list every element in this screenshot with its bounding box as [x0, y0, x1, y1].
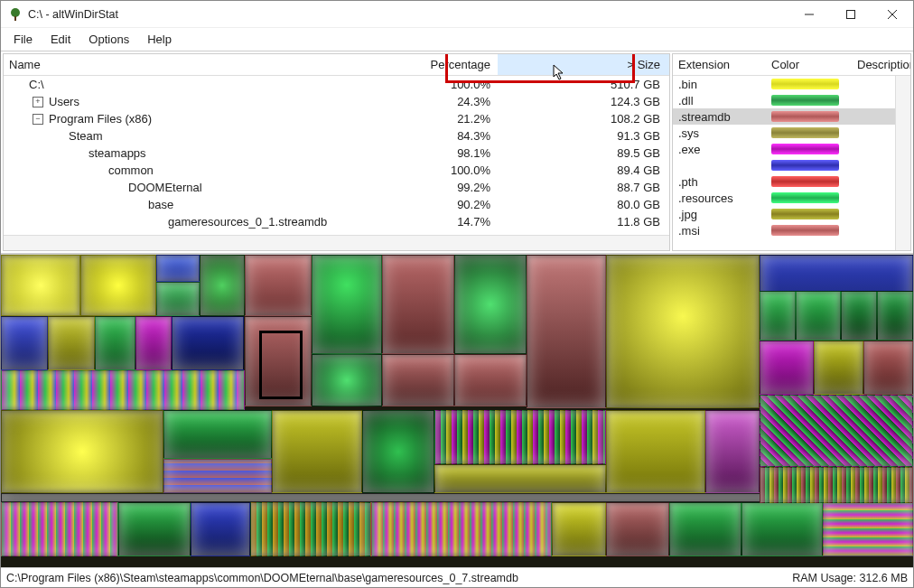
column-percentage[interactable]: Percentage: [407, 58, 498, 71]
menu-help[interactable]: Help: [138, 30, 181, 49]
color-swatch: [771, 79, 839, 89]
treemap-block[interactable]: [200, 255, 245, 316]
tree-row[interactable]: DOOMEternal99.2%88.7 GB: [4, 179, 669, 196]
tree-row[interactable]: Steam84.3%91.3 GB: [4, 127, 669, 145]
treemap-block[interactable]: [606, 502, 669, 556]
treemap-block[interactable]: [250, 502, 371, 556]
treemap-block[interactable]: [163, 410, 272, 459]
tree-scrollbar[interactable]: [4, 235, 669, 250]
tree-item-label: gameresources_0_1.streamdb: [168, 215, 327, 229]
column-name[interactable]: Name: [4, 58, 407, 71]
treemap-block[interactable]: [796, 291, 841, 341]
treemap-block[interactable]: [669, 502, 741, 556]
color-swatch: [771, 209, 839, 219]
menubar: File Edit Options Help: [1, 28, 913, 51]
tree-item-size: 11.8 GB: [498, 215, 669, 229]
treemap-block[interactable]: [606, 410, 705, 493]
treemap-block[interactable]: [118, 502, 191, 556]
treemap-block[interactable]: [312, 255, 382, 354]
ext-scrollbar[interactable]: [895, 76, 910, 250]
tree-row[interactable]: −Program Files (x86)21.2%108.2 GB: [4, 110, 669, 127]
ext-label: .jpg: [673, 208, 768, 221]
treemap-block[interactable]: [382, 255, 454, 354]
ext-label: .streamdb: [673, 110, 768, 124]
treemap-block[interactable]: [191, 502, 250, 556]
treemap-block[interactable]: [156, 282, 200, 316]
treemap-block[interactable]: [454, 354, 527, 406]
treemap-block[interactable]: [552, 502, 606, 556]
treemap-block[interactable]: [454, 255, 527, 354]
ext-row[interactable]: [673, 157, 895, 173]
ext-row[interactable]: .jpg: [673, 206, 895, 222]
ext-row[interactable]: .msi: [673, 222, 895, 238]
treemap-block[interactable]: [814, 341, 863, 395]
treemap-block[interactable]: [312, 354, 382, 406]
ext-row[interactable]: .streamdb: [673, 108, 895, 125]
treemap-block[interactable]: [760, 395, 913, 467]
menu-file[interactable]: File: [5, 30, 42, 49]
ext-row[interactable]: .resources: [673, 190, 895, 206]
treemap-block[interactable]: [362, 410, 434, 493]
ext-body[interactable]: .bin.dll.streamdb.sys.exe.pth.resources.…: [673, 76, 895, 250]
treemap-block[interactable]: [1, 502, 118, 556]
treemap-block[interactable]: [1, 370, 245, 410]
minimize-button[interactable]: [788, 1, 830, 28]
treemap-block[interactable]: [371, 502, 552, 556]
treemap-block[interactable]: [434, 410, 606, 464]
tree-row[interactable]: +Users24.3%124.3 GB: [4, 93, 669, 110]
close-button[interactable]: [872, 1, 913, 28]
treemap-block[interactable]: [1, 255, 80, 316]
treemap-block[interactable]: [163, 459, 272, 493]
treemap[interactable]: [1, 255, 913, 567]
treemap-block[interactable]: [760, 291, 796, 341]
tree-item-label: C:\: [29, 78, 44, 91]
menu-options[interactable]: Options: [79, 30, 138, 49]
treemap-block[interactable]: [48, 316, 95, 370]
menu-edit[interactable]: Edit: [42, 30, 79, 49]
ext-row[interactable]: .bin: [673, 76, 895, 92]
treemap-block[interactable]: [841, 291, 877, 341]
tree-row[interactable]: steamapps98.1%89.5 GB: [4, 145, 669, 162]
treemap-block[interactable]: [1, 410, 163, 493]
treemap-block[interactable]: [135, 316, 172, 370]
treemap-block[interactable]: [382, 354, 454, 406]
maximize-button[interactable]: [830, 1, 872, 28]
ext-row[interactable]: .pth: [673, 173, 895, 190]
treemap-block[interactable]: [434, 464, 606, 493]
column-extension[interactable]: Extension: [673, 58, 768, 71]
treemap-block[interactable]: [80, 255, 156, 316]
tree-item-size: 124.3 GB: [498, 95, 669, 108]
tree-item-size: 89.5 GB: [498, 146, 669, 160]
treemap-block[interactable]: [95, 316, 135, 370]
tree-row[interactable]: gameresources_0_1.streamdb14.7%11.8 GB: [4, 213, 669, 230]
column-description[interactable]: Description: [853, 58, 910, 71]
column-color[interactable]: Color: [768, 58, 853, 71]
tree-row[interactable]: common100.0%89.4 GB: [4, 162, 669, 179]
treemap-block[interactable]: [863, 341, 913, 395]
treemap-block[interactable]: [741, 502, 823, 556]
treemap-block[interactable]: [156, 255, 200, 282]
treemap-block[interactable]: [1, 316, 48, 370]
ext-row[interactable]: .dll: [673, 92, 895, 108]
treemap-block[interactable]: [245, 255, 312, 316]
tree-body[interactable]: C:\100.0%510.7 GB+Users24.3%124.3 GB−Pro…: [4, 76, 669, 235]
tree-row[interactable]: C:\100.0%510.7 GB: [4, 76, 669, 93]
treemap-block[interactable]: [877, 291, 913, 341]
treemap-block[interactable]: [760, 341, 814, 395]
treemap-block[interactable]: [172, 316, 244, 370]
treemap-block[interactable]: [823, 502, 913, 556]
treemap-block[interactable]: [760, 467, 913, 503]
app-icon: [8, 7, 23, 22]
treemap-block[interactable]: [527, 255, 606, 408]
ext-row[interactable]: .sys: [673, 125, 895, 141]
tree-row[interactable]: base90.2%80.0 GB: [4, 196, 669, 213]
treemap-selection: [259, 331, 303, 399]
expand-icon[interactable]: +: [33, 97, 43, 107]
svg-point-0: [11, 8, 20, 17]
column-size[interactable]: > Size: [498, 54, 669, 75]
collapse-icon[interactable]: −: [33, 114, 43, 125]
treemap-block[interactable]: [606, 255, 760, 408]
ext-row[interactable]: .exe: [673, 141, 895, 157]
treemap-block[interactable]: [705, 410, 760, 493]
treemap-block[interactable]: [272, 410, 362, 493]
